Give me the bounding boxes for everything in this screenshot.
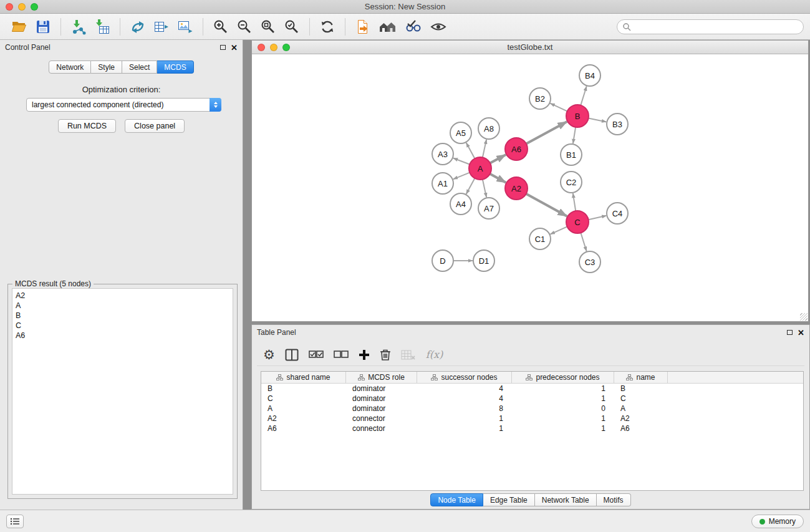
graph-node-D[interactable]: D: [432, 250, 453, 271]
graph-node-A[interactable]: A: [469, 157, 491, 180]
tab-motifs[interactable]: Motifs: [597, 493, 631, 506]
graph-node-A3[interactable]: A3: [432, 143, 453, 165]
export-table-button[interactable]: [152, 17, 171, 36]
close-panel-button-2[interactable]: Close panel: [125, 119, 185, 133]
column-header-shared-name[interactable]: shared name: [261, 372, 346, 383]
table-float-button[interactable]: [787, 330, 793, 335]
table-row[interactable]: Bdominator41B: [261, 384, 803, 394]
graph-node-C4[interactable]: C4: [607, 203, 628, 224]
select-columns-button[interactable]: [285, 349, 299, 361]
result-item[interactable]: C: [16, 321, 229, 331]
task-history-button[interactable]: [6, 515, 24, 528]
delete-column-button[interactable]: [380, 349, 391, 361]
zoom-window-button[interactable]: [31, 3, 38, 11]
node-table: shared nameMCDS rolesuccessor nodesprede…: [261, 371, 804, 491]
modify-network-button[interactable]: [128, 17, 147, 36]
column-header-predecessor-nodes[interactable]: predecessor nodes: [512, 372, 614, 383]
app-titlebar: Session: New Session: [0, 0, 810, 14]
float-panel-button[interactable]: [220, 45, 226, 50]
import-table-icon: [94, 19, 110, 35]
search-icon: [622, 22, 631, 31]
resize-grip[interactable]: [800, 313, 808, 321]
graph-node-A4[interactable]: A4: [450, 193, 471, 215]
graph-node-C1[interactable]: C1: [529, 228, 551, 249]
graph-node-C[interactable]: C: [566, 211, 589, 233]
graph-node-D1[interactable]: D1: [473, 250, 494, 271]
graph-node-A6[interactable]: A6: [505, 138, 528, 160]
float-icon: [787, 330, 793, 335]
open-session-file-button[interactable]: [354, 17, 372, 36]
tab-network[interactable]: Network: [49, 60, 91, 74]
function-builder-button[interactable]: f(x): [426, 349, 443, 360]
table-row[interactable]: A6connector11A6: [261, 423, 803, 433]
network-zoom-button[interactable]: [282, 44, 290, 51]
result-item[interactable]: A2: [16, 291, 229, 301]
network-minimize-button[interactable]: [270, 44, 277, 51]
tab-network-table[interactable]: Network Table: [535, 493, 597, 506]
zoom-in-button[interactable]: [211, 17, 230, 36]
zoom-out-button[interactable]: [235, 17, 254, 36]
column-header-successor-nodes[interactable]: successor nodes: [417, 372, 512, 383]
table-row[interactable]: Adominator80A: [261, 404, 803, 414]
graph-node-B4[interactable]: B4: [579, 65, 600, 86]
run-mcds-button[interactable]: Run MCDS: [58, 119, 116, 133]
zoom-fit-button[interactable]: [259, 17, 277, 36]
save-session-button[interactable]: [34, 17, 52, 36]
graph-node-B1[interactable]: B1: [561, 144, 582, 165]
graph-node-B3[interactable]: B3: [607, 114, 628, 135]
add-column-button[interactable]: [359, 349, 370, 360]
toggle-graphics-details-button[interactable]: [403, 17, 423, 36]
tab-select[interactable]: Select: [122, 60, 157, 74]
clear-table-button[interactable]: [401, 349, 416, 360]
open-folder-button[interactable]: [10, 17, 29, 36]
svg-text:B1: B1: [566, 150, 576, 160]
minimize-window-button[interactable]: [18, 3, 26, 11]
graph-node-A2[interactable]: A2: [505, 177, 528, 200]
close-panel-button[interactable]: ✕: [231, 44, 238, 52]
result-item[interactable]: A6: [16, 331, 229, 341]
graph-node-A7[interactable]: A7: [478, 198, 499, 219]
import-network-button[interactable]: [69, 17, 88, 36]
table-settings-button[interactable]: ⚙: [263, 348, 275, 361]
network-close-button[interactable]: [258, 44, 265, 51]
graph-node-C2[interactable]: C2: [561, 172, 582, 193]
memory-button[interactable]: Memory: [751, 515, 804, 528]
table-cell: C: [261, 394, 346, 403]
table-row[interactable]: Cdominator41C: [261, 394, 803, 404]
select-all-button[interactable]: [309, 351, 324, 359]
show-hide-panel-button[interactable]: [428, 17, 448, 36]
column-header-name[interactable]: name: [614, 372, 668, 383]
close-window-button[interactable]: [6, 3, 13, 11]
graph-node-C3[interactable]: C3: [579, 251, 600, 273]
refresh-view-button[interactable]: [318, 17, 337, 36]
graph-node-A5[interactable]: A5: [450, 122, 471, 143]
tab-style[interactable]: Style: [91, 60, 122, 74]
svg-text:A7: A7: [484, 204, 494, 213]
import-table-button[interactable]: [93, 17, 112, 36]
table-cell: dominator: [346, 404, 417, 413]
show-home-networks-button[interactable]: [377, 17, 398, 36]
graph-node-A1[interactable]: A1: [432, 173, 453, 194]
search-input[interactable]: [631, 22, 798, 31]
zoom-fit-icon: [260, 19, 276, 35]
graph-node-B2[interactable]: B2: [529, 88, 551, 109]
table-cell: 1: [417, 414, 512, 423]
tab-mcds[interactable]: MCDS: [157, 60, 193, 74]
export-image-button[interactable]: [176, 17, 195, 36]
result-item[interactable]: A: [16, 301, 229, 311]
graph-node-B[interactable]: B: [566, 105, 589, 127]
graph-node-A8[interactable]: A8: [478, 118, 499, 139]
deselect-all-button[interactable]: [334, 351, 349, 359]
graph-edge-C-C4: [589, 216, 607, 220]
tab-node-table[interactable]: Node Table: [430, 493, 483, 506]
result-item[interactable]: B: [16, 311, 229, 321]
table-row[interactable]: A2connector11A2: [261, 414, 803, 423]
tab-edge-table[interactable]: Edge Table: [483, 493, 535, 506]
mcds-result-list[interactable]: A2ABCA6: [12, 288, 233, 495]
table-close-button[interactable]: ✕: [798, 329, 804, 337]
column-header-MCDS-role[interactable]: MCDS role: [346, 372, 417, 383]
network-canvas[interactable]: B4B2BB3A5A8A6B1A3AC2A1A2A4A7C4CC1C3DD1: [252, 54, 808, 321]
optimization-criterion-dropdown[interactable]: largest connected component (directed): [26, 98, 221, 112]
zoom-selected-button[interactable]: [282, 17, 301, 36]
search-field[interactable]: [617, 19, 804, 34]
